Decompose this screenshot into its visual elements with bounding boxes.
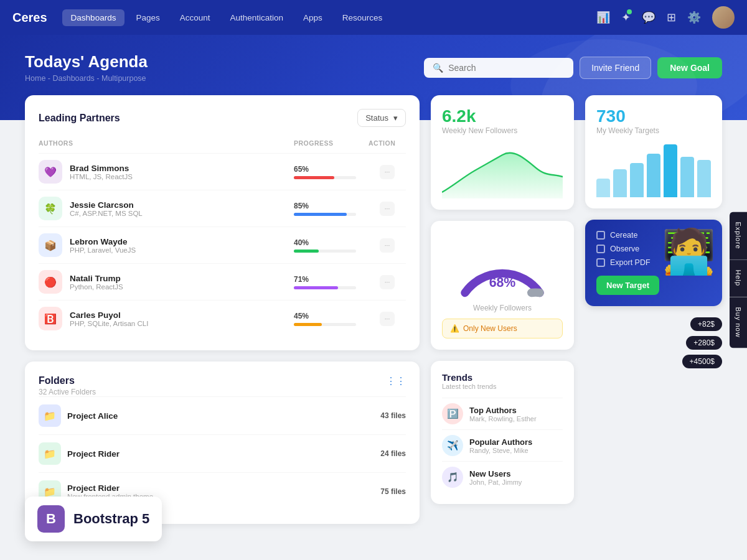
progress-bar-fill	[294, 323, 322, 326]
new-goal-button[interactable]: New Goal	[657, 57, 722, 78]
bar	[680, 157, 694, 197]
folders-list: 📁 Project Alice 43 files 📁 Project Rider…	[39, 396, 406, 510]
progress-bar-fill	[294, 213, 347, 216]
trend-icon: ✈️	[442, 435, 463, 456]
middle-column: 6.2k Weekly New Followers	[431, 95, 574, 524]
explore-tab[interactable]: Explore	[730, 212, 747, 259]
status-dropdown[interactable]: Status ▾	[357, 109, 406, 127]
promo-export-label: Export PDF	[610, 258, 651, 267]
message-icon[interactable]: 💬	[642, 11, 655, 24]
list-item: 📁 Project Rider 24 files	[39, 434, 406, 472]
bar	[697, 160, 711, 197]
avatar[interactable]	[712, 6, 735, 29]
buy-now-tab[interactable]: Buy now	[730, 297, 747, 348]
folder-name: Project Rider	[67, 449, 120, 459]
promo-checkbox-create[interactable]	[596, 231, 605, 240]
author-info: 🅱️ Carles Puyol PHP, SQLite, Artisan CLI	[39, 307, 294, 330]
author-tech: PHP, Laravel, VueJS	[70, 246, 136, 254]
search-box[interactable]: 🔍	[424, 58, 573, 78]
page-title: Todays' Agenda	[25, 52, 148, 72]
sparkle-icon[interactable]: ✦	[621, 11, 631, 24]
author-avatar: 🔴	[39, 270, 62, 294]
bar	[596, 179, 610, 197]
author-name: Carles Puyol	[70, 310, 148, 320]
list-item: 📁 Project Alice 43 files	[39, 396, 406, 434]
followers-label: Weekly New Followers	[442, 126, 563, 135]
nav-authentication[interactable]: Authentication	[221, 9, 292, 26]
author-tech: HTML, JS, ReactJS	[70, 173, 133, 180]
author-info: 🔴 Natali Trump Python, ReactJS	[39, 270, 294, 294]
author-avatar: 📦	[39, 233, 62, 257]
breadcrumb-home[interactable]: Home	[25, 74, 45, 83]
only-new-users: ⚠️ Only New Users	[442, 319, 563, 338]
bootstrap-text: Bootstrap 5	[73, 511, 149, 527]
chevron-down-icon: ▾	[393, 113, 398, 123]
progress-pct: 85%	[294, 202, 369, 210]
left-column: Leading Partners Status ▾ Authors Progre…	[25, 95, 420, 524]
author-tech: Python, ReactJS	[70, 283, 123, 291]
right-value-2: +280$	[585, 336, 722, 350]
targets-card: 730 My Weekly Targets	[585, 95, 722, 208]
search-input[interactable]	[448, 63, 565, 73]
side-panel: Explore Help Buy now	[730, 212, 747, 348]
bootstrap-badge: B Bootstrap 5	[25, 497, 162, 541]
gauge-card: 68% Weekly Followers ⚠️ Only New Users	[431, 221, 574, 350]
trend-icon: 🅿️	[442, 403, 463, 424]
leading-partners-card: Leading Partners Status ▾ Authors Progre…	[25, 95, 420, 350]
nav-account[interactable]: Account	[171, 9, 219, 26]
progress-bar-bg	[294, 213, 356, 216]
promo-checkbox-export[interactable]	[596, 258, 605, 267]
grid-icon[interactable]: ⊞	[667, 11, 676, 24]
nav-apps[interactable]: Apps	[294, 9, 331, 26]
progress-cell: 65%	[294, 165, 369, 179]
action-button[interactable]: ···	[380, 275, 395, 289]
folder-files: 24 files	[380, 449, 406, 458]
nav-pages[interactable]: Pages	[127, 9, 168, 26]
folders-menu-icon[interactable]: ⋮⋮	[386, 375, 406, 387]
author-info: 🍀 Jessie Clarcson C#, ASP.NET, MS SQL	[39, 197, 294, 220]
chart-icon[interactable]: 📊	[596, 11, 610, 24]
nav-icons: 📊 ✦ 💬 ⊞ ⚙️	[596, 6, 735, 29]
trend-authors: Mark, Rowling, Esther	[469, 415, 537, 422]
nav-links: Dashboards Pages Account Authentication …	[62, 9, 392, 26]
bar	[664, 144, 677, 197]
search-icon: 🔍	[433, 63, 443, 73]
right-value-1: +82$	[585, 317, 722, 331]
breadcrumb: Home - Dashboards - Multipurpose	[25, 74, 148, 83]
bar	[647, 154, 660, 197]
main-content: Leading Partners Status ▾ Authors Progre…	[0, 95, 747, 543]
action-button[interactable]: ···	[380, 202, 395, 216]
targets-bar-chart	[596, 141, 711, 197]
action-button[interactable]: ···	[380, 165, 395, 179]
settings-icon[interactable]: ⚙️	[687, 11, 701, 24]
folder-icon: 📁	[39, 442, 61, 465]
table-row: 💜 Brad Simmons HTML, JS, ReactJS 65% ···	[39, 153, 406, 190]
followers-card: 6.2k Weekly New Followers	[431, 95, 574, 210]
list-item: ✈️ Popular Authors Randy, Steve, Mike	[442, 429, 563, 461]
invite-friend-button[interactable]: Invite Friend	[580, 57, 651, 79]
folders-title: Folders	[39, 375, 96, 386]
nav-dashboards[interactable]: Dashboards	[62, 9, 125, 26]
promo-checkbox-observe[interactable]	[596, 245, 605, 253]
bar	[613, 169, 627, 197]
progress-pct: 65%	[294, 165, 369, 174]
action-button[interactable]: ···	[380, 238, 395, 253]
progress-bar-bg	[294, 250, 356, 253]
new-target-button[interactable]: New Target	[596, 276, 659, 295]
followers-chart	[442, 142, 563, 198]
folder-icon: 📁	[39, 404, 61, 427]
progress-cell: 45%	[294, 312, 369, 326]
brand: Ceres	[12, 11, 47, 25]
help-tab[interactable]: Help	[730, 260, 747, 297]
bootstrap-icon: B	[37, 505, 65, 533]
trends-list: 🅿️ Top Authors Mark, Rowling, Esther ✈️ …	[442, 398, 563, 493]
breadcrumb-multipurpose: Multipurpose	[101, 74, 146, 83]
header-actions: 🔍 Invite Friend New Goal	[424, 57, 722, 79]
trend-authors: John, Pat, Jimmy	[469, 478, 522, 486]
breadcrumb-dashboards[interactable]: Dashboards	[52, 74, 94, 83]
trends-card: Trends Latest tech trends 🅿️ Top Authors…	[431, 361, 574, 504]
action-button[interactable]: ···	[380, 312, 395, 326]
promo-create-label: Cereate	[610, 231, 637, 240]
nav-resources[interactable]: Resources	[334, 9, 392, 26]
status-label: Status	[365, 113, 388, 123]
